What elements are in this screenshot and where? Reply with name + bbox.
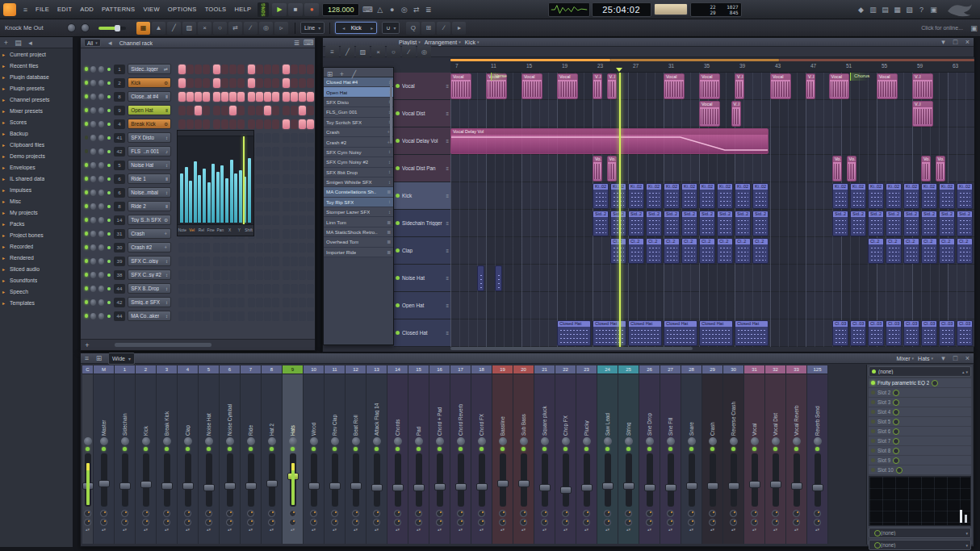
step-cell[interactable] [213, 78, 220, 88]
pan-knob[interactable] [84, 437, 92, 445]
route-arrows-icon[interactable]: ▴▾ [270, 528, 274, 532]
pan-knob[interactable] [142, 437, 150, 445]
route-arrows-icon[interactable]: ▴▾ [86, 528, 90, 532]
slice-tool-icon[interactable]: ∕ [244, 22, 258, 35]
plugin-list-item[interactable]: Crash＋ [324, 127, 393, 137]
step-cell[interactable] [237, 119, 245, 129]
route-arrows-icon[interactable]: ▴▾ [438, 528, 442, 532]
step-cell[interactable] [203, 257, 210, 266]
playlist-clip[interactable]: Cl..2 [939, 238, 955, 264]
slot-mix-knob[interactable] [893, 399, 899, 406]
step-cell[interactable] [272, 202, 279, 211]
track-header[interactable]: Kick≡ [394, 182, 450, 210]
pan-knob[interactable] [226, 437, 234, 445]
loop-region[interactable] [610, 59, 779, 61]
step-cell[interactable] [237, 298, 245, 307]
pan-knob[interactable] [121, 437, 129, 445]
volume-fader[interactable] [626, 453, 632, 507]
channel-mixer-number[interactable]: 8 [114, 202, 126, 211]
mixer-strip[interactable]: MMaster▴▾ [94, 365, 115, 544]
eq-knob[interactable] [667, 519, 674, 526]
channel-mixer-number[interactable]: 8 [114, 92, 126, 102]
eq-knob[interactable] [646, 519, 653, 526]
step-cell[interactable] [264, 174, 271, 184]
step-cell[interactable] [299, 188, 306, 198]
eq-knob[interactable] [625, 519, 632, 526]
eq-knob[interactable] [268, 519, 275, 526]
pan-knob[interactable] [646, 437, 654, 445]
step-cell[interactable] [178, 284, 186, 294]
channel-mixer-number[interactable]: 44 [114, 284, 126, 294]
stereo-sep-knob[interactable] [415, 510, 422, 517]
route-arrows-icon[interactable]: ▴▾ [228, 528, 232, 532]
step-cell[interactable] [272, 298, 279, 307]
slot-mix-knob[interactable] [893, 390, 899, 396]
step-cell[interactable] [213, 311, 220, 321]
playlist-clip[interactable]: Vo..n [936, 156, 945, 182]
step-cell[interactable] [307, 188, 314, 198]
pan-knob[interactable] [247, 437, 255, 445]
playlist-clip[interactable] [477, 265, 484, 291]
step-cell[interactable] [272, 174, 279, 184]
playlist-menu-icon[interactable]: ≡ [325, 45, 339, 58]
pan-knob[interactable] [205, 437, 213, 445]
track-options-icon[interactable]: ≡ [446, 248, 449, 253]
loop-record-icon[interactable]: ⇄ [410, 3, 422, 16]
playlist-clip[interactable]: Cl..2 [868, 238, 884, 264]
channel-led[interactable] [85, 149, 88, 153]
channel-volume-knob[interactable] [98, 299, 104, 306]
eq-knob[interactable] [373, 519, 380, 526]
step-cell[interactable] [213, 119, 220, 129]
step-cell[interactable] [272, 243, 279, 253]
mixer-strip[interactable]: 3Break Kick▴▾ [157, 365, 178, 544]
step-cell[interactable] [178, 92, 186, 102]
playlist-clip[interactable]: Cl..03 [903, 320, 919, 346]
browser-add-icon[interactable]: + [0, 36, 12, 49]
step-cell[interactable] [213, 65, 220, 74]
playlist-clip[interactable]: Vocal [699, 73, 720, 99]
eq-knob[interactable] [709, 519, 716, 526]
mixer-insert-number[interactable]: 3 [157, 365, 177, 374]
step-cell[interactable] [186, 284, 194, 294]
route-arrows-icon[interactable]: ▴▾ [417, 528, 421, 532]
mute-led[interactable] [186, 447, 190, 451]
playlist-clip[interactable]: Cl..03 [921, 320, 937, 346]
channel-mixer-number[interactable]: 1 [114, 65, 126, 74]
stereo-sep-knob[interactable] [541, 510, 548, 517]
step-cell[interactable] [213, 270, 220, 280]
step-cell[interactable] [186, 119, 194, 129]
step-cell[interactable] [229, 257, 237, 266]
fader-handle[interactable] [203, 484, 215, 491]
slot-mix-knob[interactable] [893, 428, 899, 435]
fx-slot[interactable]: Slot 9 [869, 456, 971, 465]
playlist-clip[interactable]: Sid..2 [628, 211, 644, 236]
step-cell[interactable] [256, 161, 263, 170]
mixer-strip[interactable]: 10Wood▴▾ [304, 365, 325, 544]
playlist-clip[interactable]: Ki..02 [903, 183, 919, 209]
step-cell[interactable] [221, 78, 228, 88]
fader-handle[interactable] [665, 484, 676, 491]
volume-fader[interactable] [164, 453, 170, 507]
mixer-strip[interactable]: 18Chord FX▴▾ [471, 365, 492, 544]
mixer-strip[interactable]: 30Reverse Crash▴▾ [723, 365, 744, 544]
step-cell[interactable] [291, 298, 298, 307]
mixer-strip[interactable]: 16Chord + Pad▴▾ [429, 365, 450, 544]
step-cell[interactable] [229, 78, 237, 88]
mixer-insert-number[interactable]: M [94, 365, 114, 374]
typing-keyboard-icon[interactable]: ⌨ [362, 3, 374, 16]
keyboard-editor-icon[interactable]: ⌨ [303, 36, 315, 49]
channel-mixer-number[interactable]: 41 [114, 133, 126, 143]
step-cell[interactable] [229, 106, 237, 115]
graph-target-label[interactable]: Pan [216, 228, 225, 232]
step-cell[interactable] [221, 119, 228, 129]
channel-volume-knob[interactable] [98, 94, 104, 100]
channel-button[interactable]: Crash #2＋ [128, 242, 171, 253]
stereo-sep-knob[interactable] [751, 510, 758, 517]
eq-knob[interactable] [562, 519, 569, 526]
playlist-clip[interactable]: Cl..03 [850, 320, 866, 346]
step-cell[interactable] [221, 106, 228, 115]
mixer-insert-number[interactable]: 19 [492, 365, 513, 374]
stereo-sep-knob[interactable] [121, 510, 128, 517]
plugin-list-item[interactable]: MA StaticShock Retro..≣ [324, 227, 393, 237]
stereo-sep-knob[interactable] [499, 510, 506, 517]
